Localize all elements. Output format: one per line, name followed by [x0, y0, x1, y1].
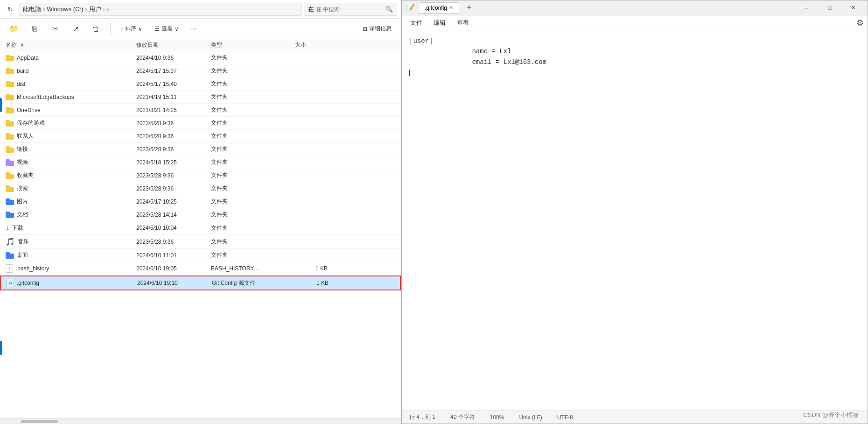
list-header: 名称 ∧ 修改日期 类型 大小 — [0, 39, 401, 51]
list-item[interactable]: 收藏夹 2023/5/28 9:36 文件夹 — [0, 169, 401, 182]
notepad-titlebar: 📝 .gitconfig ✕ + ─ □ ✕ — [402, 0, 868, 15]
add-tab-button[interactable]: + — [463, 1, 476, 14]
folder-icon — [6, 146, 14, 153]
col-type[interactable]: 类型 — [211, 41, 295, 49]
list-item[interactable]: AppData 2024/4/10 9:36 文件夹 — [0, 51, 401, 64]
git-config-icon: G — [7, 279, 14, 287]
copy-icon: ⎘ — [32, 25, 37, 33]
folder-icon — [6, 68, 14, 74]
file-list: AppData 2024/4/10 9:36 文件夹 build 2024/5/… — [0, 51, 401, 418]
watermark: CSDN @养个小橘猫 — [803, 411, 859, 419]
text-cursor — [409, 70, 410, 76]
address-bar: ↻ 此电脑 › Windows (C:) › 用户 › › 在 🔍 — [0, 0, 401, 19]
gitconfig-list-item[interactable]: G .gitconfig 2024/6/10 19:10 Git Config … — [0, 276, 401, 290]
folder-icon — [6, 172, 14, 179]
notepad-window: 📝 .gitconfig ✕ + ─ □ ✕ 文件 编辑 查看 ⚙ [user]… — [401, 0, 868, 424]
view-icon: ☰ — [154, 26, 160, 32]
left-indicator-1 — [0, 98, 2, 112]
minimize-button[interactable]: ─ — [796, 0, 817, 15]
details-icon: ⊟ — [363, 26, 367, 32]
menu-file[interactable]: 文件 — [406, 17, 427, 29]
list-item[interactable]: 联系人 2023/5/28 9:36 文件夹 — [0, 130, 401, 143]
close-button[interactable]: ✕ — [842, 0, 864, 15]
list-item[interactable]: 桌面 2024/6/10 11:01 文件夹 — [0, 249, 401, 262]
breadcrumb-computer[interactable]: 此电脑 — [23, 5, 41, 14]
details-label: 详细信息 — [369, 25, 392, 33]
view-button[interactable]: ☰ 查看 ∨ — [150, 22, 183, 35]
folder-icon — [6, 185, 14, 192]
list-item[interactable]: 图片 2024/5/17 10:25 文件夹 — [0, 195, 401, 208]
file-explorer: ↻ 此电脑 › Windows (C:) › 用户 › › 在 🔍 📁 ⎘ ✂ … — [0, 0, 401, 424]
cut-icon: ✂ — [52, 24, 58, 33]
new-folder-icon: 📁 — [9, 24, 19, 33]
sort-icon: ↕ — [120, 26, 123, 32]
folder-icon — [6, 120, 14, 127]
list-item[interactable]: 搜索 2023/5/28 9:36 文件夹 — [0, 182, 401, 195]
horizontal-scrollbar[interactable] — [0, 418, 401, 424]
tab-close-button[interactable]: ✕ — [449, 5, 453, 11]
breadcrumb[interactable]: 此电脑 › Windows (C:) › 用户 › › — [19, 3, 302, 16]
settings-button[interactable]: ⚙ — [856, 18, 864, 28]
cut-button[interactable]: ✂ — [47, 22, 63, 35]
list-item[interactable]: 视频 2024/5/18 15:25 文件夹 — [0, 156, 401, 169]
encoding[interactable]: UTF-8 — [557, 414, 573, 421]
list-item[interactable]: build 2024/5/17 15:37 文件夹 — [0, 64, 401, 78]
left-indicator-2 — [0, 341, 2, 355]
list-item[interactable]: 文档 2023/5/28 14:14 文件夹 — [0, 208, 401, 221]
list-item[interactable]: OneDrive 2021/8/21 14:25 文件夹 — [0, 104, 401, 117]
search-input[interactable] — [316, 6, 384, 13]
menu-edit[interactable]: 编辑 — [429, 17, 450, 29]
details-button[interactable]: ⊟ 详细信息 — [359, 23, 395, 35]
line-ending[interactable]: Unix (LF) — [519, 414, 542, 421]
refresh-button[interactable]: ↻ — [4, 3, 17, 16]
share-button[interactable]: ↗ — [67, 22, 84, 35]
music-icon: 🎵 — [6, 237, 15, 246]
copy-button[interactable]: ⎘ — [26, 23, 43, 35]
sort-chevron-icon: ∨ — [138, 26, 142, 32]
delete-button[interactable]: 🗑 — [88, 23, 105, 35]
notepad-menubar: 文件 编辑 查看 ⚙ — [402, 15, 868, 30]
col-name[interactable]: 名称 ∧ — [6, 41, 136, 49]
folder-icon — [6, 81, 14, 87]
tab-filename: .gitconfig — [425, 5, 447, 11]
list-item[interactable]: dist 2024/5/17 15:40 文件夹 — [0, 78, 401, 91]
search-box[interactable]: 在 🔍 — [304, 3, 397, 16]
more-button[interactable]: ··· — [187, 22, 200, 35]
cursor-position: 行 4，列 1 — [409, 413, 435, 421]
sort-label: 排序 — [125, 25, 136, 33]
list-item[interactable]: ↓ 下载 2024/6/10 10:04 文件夹 — [0, 221, 401, 235]
col-modified[interactable]: 修改日期 — [136, 41, 211, 49]
folder-icon — [6, 133, 14, 140]
breadcrumb-drive[interactable]: Windows (C:) — [47, 6, 83, 13]
list-item[interactable]: 保存的游戏 2023/5/28 9:36 文件夹 — [0, 117, 401, 130]
folder-icon — [6, 55, 14, 61]
breadcrumb-users[interactable]: 用户 — [89, 5, 101, 14]
notepad-statusbar: 行 4，列 1 40 个字符 100% Unix (LF) UTF-8 — [402, 410, 868, 424]
list-item[interactable]: T .bash_history 2024/6/10 19:05 BASH_HIS… — [0, 262, 401, 276]
maximize-button[interactable]: □ — [819, 0, 840, 15]
view-chevron-icon: ∨ — [175, 26, 179, 32]
new-folder-button[interactable]: 📁 — [6, 22, 22, 35]
list-item[interactable]: 链接 2023/5/28 9:36 文件夹 — [0, 143, 401, 156]
zoom-level[interactable]: 100% — [490, 414, 504, 421]
delete-icon: 🗑 — [92, 25, 100, 33]
char-count: 40 个字符 — [450, 413, 475, 421]
notepad-tab[interactable]: .gitconfig ✕ — [419, 2, 459, 14]
search-icon[interactable]: 🔍 — [385, 6, 393, 13]
folder-icon — [6, 94, 14, 100]
text-file-icon: T — [6, 264, 13, 273]
list-item[interactable]: 🎵 音乐 2023/5/28 9:36 文件夹 — [0, 235, 401, 249]
sort-button[interactable]: ↕ 排序 ∨ — [116, 22, 147, 35]
download-icon: ↓ — [6, 224, 9, 232]
view-label: 查看 — [161, 25, 173, 33]
scrollbar-thumb[interactable] — [21, 420, 58, 423]
toolbar: 📁 ⎘ ✂ ↗ 🗑 ↕ 排序 ∨ ☰ 查看 ∨ ··· ⊟ 详细信息 — [0, 19, 401, 39]
notepad-editor[interactable]: [user] name = Lxl email = Lxl@163.com — [402, 30, 868, 410]
window-controls: ─ □ ✕ — [796, 0, 864, 15]
toolbar-separator — [110, 22, 111, 36]
menu-view[interactable]: 查看 — [452, 17, 474, 29]
notepad-app-icon: 📝 — [406, 3, 415, 12]
share-icon: ↗ — [73, 24, 79, 33]
col-size[interactable]: 大小 — [295, 41, 332, 49]
list-item[interactable]: MicrosoftEdgeBackups 2021/4/19 15:11 文件夹 — [0, 91, 401, 104]
